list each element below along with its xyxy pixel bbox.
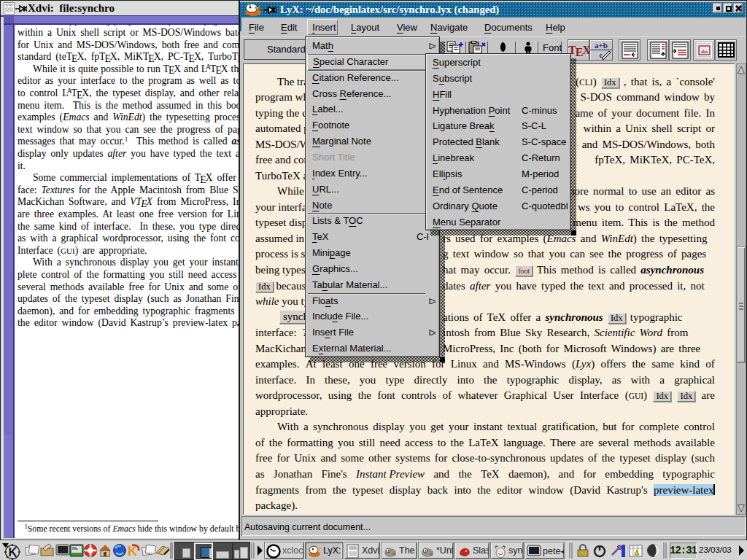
svg-text:K: K xyxy=(9,546,18,559)
